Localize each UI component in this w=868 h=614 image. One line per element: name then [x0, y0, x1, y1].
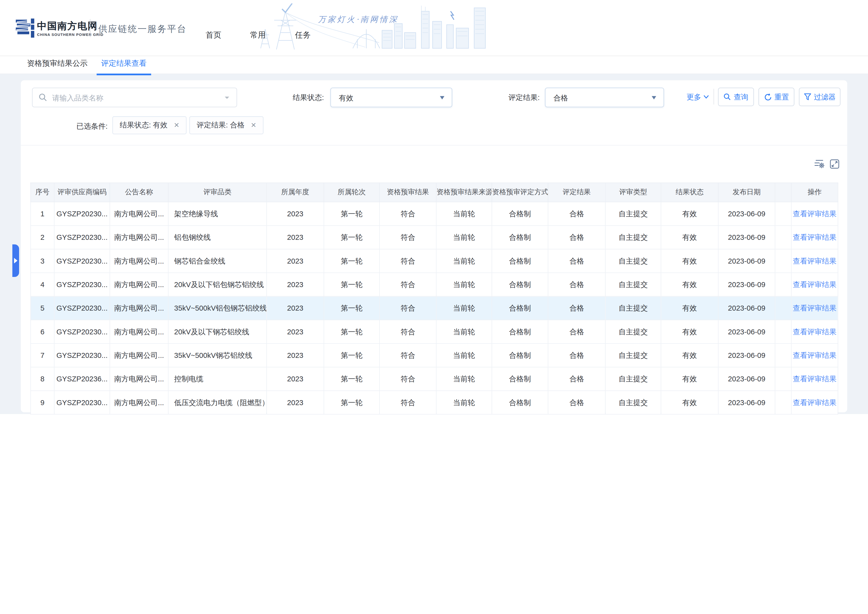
table-row[interactable]: 1GYSZP20230...南方电网公司...架空绝缘导线2023第一轮符合当前… — [31, 202, 838, 225]
cell-year: 2023 — [267, 367, 324, 391]
cell-blank — [775, 249, 791, 273]
cell-round: 第一轮 — [324, 202, 380, 225]
cell-code: GYSZP20230... — [54, 296, 110, 320]
cell-review_type: 自主提交 — [606, 367, 661, 391]
cell-status: 有效 — [661, 249, 718, 273]
chip-result-status[interactable]: 结果状态: 有效 ✕ — [112, 116, 186, 134]
combo-caret-icon[interactable] — [225, 96, 229, 99]
cell-category: 20kV及以下钢芯铝绞线 — [168, 320, 267, 344]
cell-no: 2 — [31, 225, 54, 249]
view-result-link[interactable]: 查看评审结果 — [793, 256, 837, 265]
cell-method: 合格制 — [492, 249, 548, 273]
cell-notice: 南方电网公司... — [110, 391, 168, 414]
view-result-link[interactable]: 查看评审结果 — [793, 398, 837, 406]
view-result-link[interactable]: 查看评审结果 — [793, 280, 837, 288]
cell-notice: 南方电网公司... — [110, 249, 168, 273]
cell-notice: 南方电网公司... — [110, 273, 168, 296]
nav-item-home[interactable]: 首页 — [206, 31, 222, 40]
cell-year: 2023 — [267, 273, 324, 296]
cell-review_type: 自主提交 — [606, 225, 661, 249]
cell-source: 当前轮 — [436, 296, 492, 320]
result-status-value: 有效 — [339, 93, 353, 104]
funnel-icon — [804, 93, 811, 101]
cell-date: 2023-06-09 — [718, 249, 775, 273]
table-row[interactable]: 4GYSZP20230...南方电网公司...20kV及以下铝包钢芯铝绞线202… — [31, 273, 838, 296]
cell-review_type: 自主提交 — [606, 249, 661, 273]
eval-result-select[interactable]: 合格 — [545, 88, 664, 107]
table-row[interactable]: 9GYSZP20230...南方电网公司...低压交流电力电缆（阻燃型）2023… — [31, 391, 838, 414]
cell-prequal: 符合 — [380, 344, 436, 367]
cell-source: 当前轮 — [436, 225, 492, 249]
chip-eval-result[interactable]: 评定结果: 合格 ✕ — [189, 116, 264, 134]
result-status-select[interactable]: 有效 — [330, 88, 452, 107]
logo-title: 中国南方电网 — [37, 21, 104, 31]
cell-code: GYSZP20230... — [54, 202, 110, 225]
cell-status: 有效 — [661, 225, 718, 249]
tab-evaluation-results[interactable]: 评定结果查看 — [97, 56, 151, 75]
tab-prequalification-results[interactable]: 资格预审结果公示 — [23, 56, 92, 73]
tab-bar: 资格预审结果公示 评定结果查看 — [0, 56, 868, 74]
nav-item-tasks[interactable]: 任务 — [295, 31, 311, 40]
cell-method: 合格制 — [492, 296, 548, 320]
cell-year: 2023 — [267, 296, 324, 320]
view-result-link[interactable]: 查看评审结果 — [793, 209, 837, 218]
sidebar-expand-handle[interactable] — [12, 244, 19, 277]
view-result-link[interactable]: 查看评审结果 — [793, 233, 837, 241]
cell-status: 有效 — [661, 273, 718, 296]
view-result-link[interactable]: 查看评审结果 — [793, 351, 837, 359]
query-button[interactable]: 查询 — [718, 88, 754, 106]
view-result-link[interactable]: 查看评审结果 — [793, 304, 837, 312]
column-header: 资格预审结果 — [380, 183, 436, 202]
refresh-icon — [764, 93, 772, 101]
cell-date: 2023-06-09 — [718, 202, 775, 225]
column-settings-icon[interactable] — [814, 159, 825, 171]
view-result-link[interactable]: 查看评审结果 — [793, 374, 837, 383]
cell-round: 第一轮 — [324, 225, 380, 249]
cell-code: GYSZP20236... — [54, 367, 110, 391]
cell-status: 有效 — [661, 391, 718, 414]
column-header: 评审品类 — [168, 183, 267, 202]
cell-blank — [775, 344, 791, 367]
filter-button[interactable]: 过滤器 — [799, 88, 840, 106]
more-filters-link[interactable]: 更多 — [687, 92, 709, 102]
table-row[interactable]: 8GYSZP20236...南方电网公司...控制电缆2023第一轮符合当前轮合… — [31, 367, 838, 391]
column-header: 公告名称 — [110, 183, 168, 202]
table-row[interactable]: 2GYSZP20230...南方电网公司...铝包钢绞线2023第一轮符合当前轮… — [31, 225, 838, 249]
cell-category: 低压交流电力电缆（阻燃型） — [168, 391, 267, 414]
close-icon[interactable]: ✕ — [174, 121, 180, 129]
fullscreen-icon[interactable] — [830, 159, 840, 171]
cell-code: GYSZP20230... — [54, 273, 110, 296]
close-icon[interactable]: ✕ — [251, 121, 256, 129]
chevron-down-icon — [440, 96, 444, 99]
column-header: 结果状态 — [661, 183, 718, 202]
table-row[interactable]: 6GYSZP20230...南方电网公司...20kV及以下钢芯铝绞线2023第… — [31, 320, 838, 344]
cell-date: 2023-06-09 — [718, 225, 775, 249]
cell-action: 查看评审结果 — [791, 320, 838, 344]
cell-year: 2023 — [267, 320, 324, 344]
cell-status: 有效 — [661, 344, 718, 367]
nav-item-frequent[interactable]: 常用 — [250, 31, 266, 40]
category-search-combo[interactable] — [32, 88, 237, 107]
cell-prequal: 符合 — [380, 391, 436, 414]
column-header: 评审类型 — [606, 183, 661, 202]
category-search-input[interactable] — [51, 90, 222, 105]
search-icon — [724, 93, 731, 101]
content-area: 结果状态: 有效 评定结果: 合格 更多 查询 — [0, 74, 868, 414]
cell-notice: 南方电网公司... — [110, 344, 168, 367]
cell-blank — [775, 320, 791, 344]
cell-round: 第一轮 — [324, 273, 380, 296]
table-row[interactable]: 5GYSZP20230...南方电网公司...35kV~500kV铝包钢芯铝绞线… — [31, 296, 838, 320]
view-result-link[interactable]: 查看评审结果 — [793, 327, 837, 336]
table-row[interactable]: 3GYSZP20230...南方电网公司...钢芯铝合金绞线2023第一轮符合当… — [31, 249, 838, 273]
cell-result: 合格 — [548, 296, 606, 320]
cell-round: 第一轮 — [324, 296, 380, 320]
reset-button[interactable]: 重置 — [758, 88, 794, 106]
table-row[interactable]: 7GYSZP20230...南方电网公司...35kV~500kV钢芯铝绞线20… — [31, 344, 838, 367]
cell-method: 合格制 — [492, 320, 548, 344]
column-header: 操作 — [791, 183, 838, 202]
cell-source: 当前轮 — [436, 391, 492, 414]
column-header — [775, 183, 791, 202]
cell-status: 有效 — [661, 296, 718, 320]
cell-result: 合格 — [548, 273, 606, 296]
cell-round: 第一轮 — [324, 249, 380, 273]
